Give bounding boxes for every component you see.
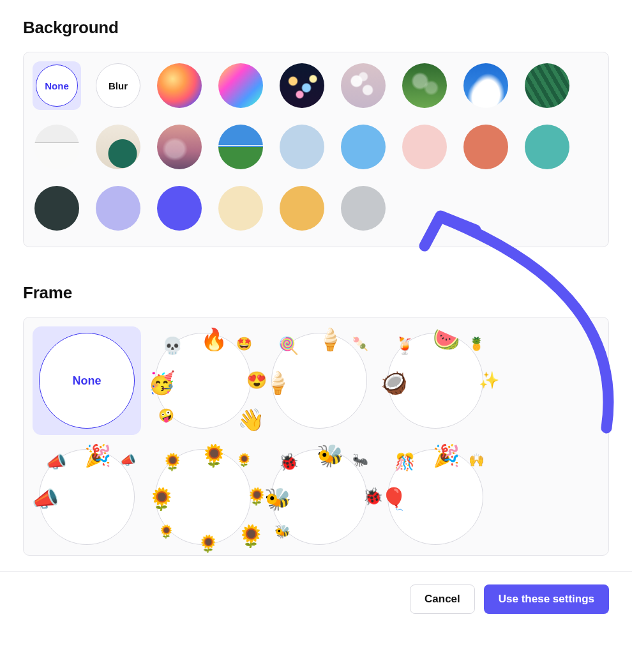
background-image-swatch	[34, 125, 79, 169]
background-option-color-coral[interactable]	[462, 123, 510, 171]
frame-preview-circle: None	[39, 333, 135, 429]
background-option-color-lavender[interactable]	[94, 184, 142, 233]
frame-preview-circle: 🎉📣📣📣	[39, 449, 135, 545]
frame-decoration-icon: 📣	[46, 454, 66, 470]
frame-decoration-icon: 👋	[237, 409, 264, 431]
cancel-button[interactable]: Cancel	[410, 584, 475, 614]
frame-decoration-icon: 🐞	[278, 454, 299, 470]
background-option-color-cream[interactable]	[216, 184, 265, 233]
frame-decoration-icon: 🍍	[469, 337, 485, 350]
frame-decoration-icon: 🐞	[363, 488, 383, 505]
background-option-img-green-bokeh[interactable]	[400, 61, 449, 110]
background-options-panel: NoneBlur	[23, 52, 609, 247]
frame-option-frame-celebrate[interactable]: 🎉🎊🙌🎈	[381, 443, 490, 551]
background-image-swatch	[402, 63, 447, 108]
frame-decoration-icon: 🥳	[148, 372, 175, 393]
frame-decoration-icon: 🌻	[246, 488, 267, 505]
frame-option-frame-emoji-faces[interactable]: 🔥💀🤩🥳😍🤪👋	[149, 326, 257, 435]
frame-decoration-icon: 🙌	[469, 454, 485, 466]
background-option-blur[interactable]: Blur	[94, 61, 142, 110]
background-option-color-charcoal[interactable]	[33, 184, 81, 233]
frame-decoration-icon: 🐜	[352, 454, 368, 466]
frame-preview-circle: 🍦🍭🍡🍦	[271, 333, 367, 429]
background-image-swatch	[280, 63, 324, 108]
background-option-img-room-bw[interactable]	[33, 123, 81, 171]
background-option-img-palm[interactable]	[523, 61, 571, 110]
background-color-swatch	[525, 125, 569, 169]
background-color-swatch	[463, 125, 508, 169]
dialog-footer: Cancel Use these settings	[0, 571, 632, 632]
frame-decoration-icon: 🎉	[433, 445, 460, 466]
background-option-img-bokeh-pale[interactable]	[339, 61, 387, 110]
background-option-color-indigo[interactable]	[155, 184, 204, 233]
background-option-img-bliss[interactable]	[216, 123, 265, 171]
background-label-blur: Blur	[96, 63, 140, 108]
background-option-color-amber[interactable]	[278, 184, 326, 233]
frame-decoration-icon: 💀	[162, 337, 183, 354]
frame-decoration-icon: 🎊	[395, 454, 415, 470]
frame-none-label: None	[73, 374, 102, 388]
frame-decoration-icon: 😍	[246, 372, 267, 388]
frame-decoration-icon: 🍡	[352, 337, 368, 350]
background-option-img-armchair[interactable]	[94, 123, 142, 171]
frame-decoration-icon: 🥥	[380, 372, 407, 393]
frame-decoration-icon: 🤪	[158, 409, 174, 422]
frame-decoration-icon: 🍦	[317, 328, 343, 350]
background-color-swatch	[341, 125, 386, 169]
frame-decoration-icon: 🍹	[395, 337, 415, 354]
background-option-img-rainbow-gradient[interactable]	[216, 61, 265, 110]
frame-preview-circle: 🍉🍹🍍🥥✨	[387, 333, 483, 429]
frame-option-frame-icecream[interactable]: 🍦🍭🍡🍦	[265, 326, 373, 435]
frame-section-title: Frame	[23, 283, 609, 303]
frame-decoration-icon: 🌻	[148, 488, 175, 510]
frame-decoration-icon: 🍉	[433, 328, 460, 350]
background-option-img-warm-gradient[interactable]	[155, 61, 204, 110]
background-color-swatch	[280, 186, 324, 231]
background-image-swatch	[218, 63, 263, 108]
frame-preview-circle: 🌻🌻🌻🌻🌻🌻🌻🌻	[155, 449, 251, 545]
frame-preview-circle: 🎉🎊🙌🎈	[387, 449, 483, 545]
frame-decoration-icon: 🌻	[198, 535, 218, 552]
background-option-color-pale-blue[interactable]	[278, 123, 326, 171]
background-color-swatch	[402, 125, 447, 169]
background-color-swatch	[34, 186, 79, 231]
frame-decoration-icon: 🐝	[317, 445, 343, 466]
frame-decoration-icon: 🎉	[84, 445, 111, 466]
frame-decoration-icon: 🌻	[236, 454, 252, 466]
frame-preview-circle: 🐝🐞🐜🐝🐞🐝	[271, 449, 367, 545]
background-option-img-sunset-clouds[interactable]	[155, 123, 204, 171]
frame-decoration-icon: ✨	[479, 372, 499, 388]
frame-option-frame-none[interactable]: None	[33, 326, 141, 435]
frame-option-frame-sunflowers[interactable]: 🌻🌻🌻🌻🌻🌻🌻🌻	[149, 443, 257, 551]
frame-decoration-icon: 🤩	[236, 337, 252, 350]
background-option-color-silver[interactable]	[339, 184, 387, 233]
frame-decoration-icon: 🐝	[264, 488, 291, 510]
background-option-img-sky-clouds[interactable]	[462, 61, 510, 110]
background-color-swatch	[341, 186, 386, 231]
frame-decoration-icon: 🌻	[200, 445, 227, 466]
background-color-swatch	[157, 186, 202, 231]
background-color-swatch	[218, 186, 263, 231]
background-option-img-bokeh-night[interactable]	[278, 61, 326, 110]
background-image-swatch	[96, 125, 140, 169]
background-option-color-blush[interactable]	[400, 123, 449, 171]
background-image-swatch	[341, 63, 386, 108]
background-label-none: None	[36, 65, 78, 107]
background-option-none[interactable]: None	[33, 61, 81, 110]
apply-button[interactable]: Use these settings	[484, 584, 609, 614]
frame-option-frame-party[interactable]: 🎉📣📣📣	[33, 443, 141, 551]
frame-decoration-icon: 🐝	[275, 525, 290, 538]
frame-decoration-icon: 🌻	[162, 454, 183, 470]
frame-option-frame-bugs[interactable]: 🐝🐞🐜🐝🐞🐝	[265, 443, 373, 551]
frame-decoration-icon: 📣	[32, 488, 59, 510]
background-option-color-sky-blue[interactable]	[339, 123, 387, 171]
frame-decoration-icon: 🌻	[237, 525, 264, 547]
background-option-color-teal[interactable]	[523, 123, 571, 171]
frame-options-panel: None🔥💀🤩🥳😍🤪👋🍦🍭🍡🍦🍉🍹🍍🥥✨🎉📣📣📣🌻🌻🌻🌻🌻🌻🌻🌻🐝🐞🐜🐝🐞🐝🎉🎊…	[23, 317, 609, 556]
frame-option-frame-tropical[interactable]: 🍉🍹🍍🥥✨	[381, 326, 490, 435]
background-section-title: Background	[23, 18, 609, 38]
background-image-swatch	[463, 63, 508, 108]
frame-decoration-icon: 🔥	[200, 328, 227, 350]
background-image-swatch	[157, 63, 202, 108]
background-color-swatch	[96, 186, 140, 231]
